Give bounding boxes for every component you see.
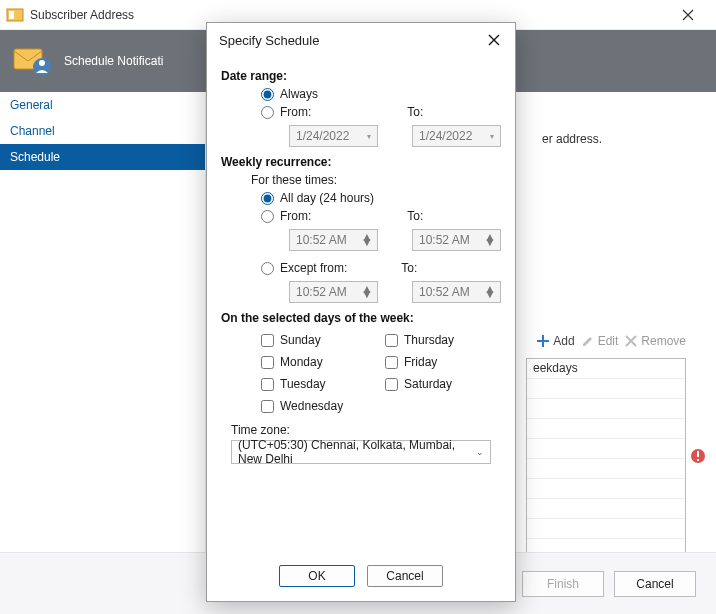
specify-schedule-dialog: Specify Schedule Date range: Always From… [206,22,516,602]
banner-icon [12,41,52,81]
svg-rect-8 [697,451,699,457]
radio-except[interactable]: Except from: [261,261,347,275]
dialog-footer: OK Cancel [207,553,515,601]
list-item [527,459,685,479]
list-item [527,419,685,439]
check-friday[interactable]: Friday [385,355,501,369]
check-saturday[interactable]: Saturday [385,377,501,391]
sidebar: General Channel Schedule [0,92,206,552]
list-item [527,519,685,539]
error-icon [690,448,706,464]
edit-label: Edit [598,334,619,348]
plus-icon [536,334,550,348]
radio-allday-label: All day (24 hours) [280,191,374,205]
except-to-value: 10:52 AM [419,285,470,299]
chevron-down-icon: ⌄ [476,447,484,457]
svg-rect-6 [537,340,549,342]
radio-time-from[interactable]: From: [261,209,311,223]
radio-from-input[interactable] [261,106,274,119]
time-from-spinner[interactable]: 10:52 AM ▲▼ [289,229,378,251]
x-icon [624,334,638,348]
radio-except-label: Except from: [280,261,347,275]
radio-from[interactable]: From: [261,105,311,119]
pencil-icon [581,334,595,348]
date-to-label: To: [407,105,423,119]
weekly-heading: Weekly recurrence: [221,155,501,169]
timezone-select[interactable]: (UTC+05:30) Chennai, Kolkata, Mumbai, Ne… [231,440,491,464]
spinner-icon: ▲▼ [484,235,496,245]
except-from-value: 10:52 AM [296,285,347,299]
date-from-picker[interactable]: 1/24/2022 ▾ [289,125,378,147]
radio-except-input[interactable] [261,262,274,275]
check-tuesday[interactable]: Tuesday [261,377,377,391]
time-to-value: 10:52 AM [419,233,470,247]
list-item[interactable]: eekdays [527,359,685,379]
add-label: Add [553,334,574,348]
dialog-titlebar: Specify Schedule [207,23,515,57]
date-range-heading: Date range: [221,69,501,83]
radio-from-label: From: [280,105,311,119]
list-item [527,399,685,419]
dialog-title: Specify Schedule [219,33,483,48]
add-button[interactable]: Add [536,334,574,348]
check-sunday[interactable]: Sunday [261,333,377,347]
window-title: Subscriber Address [30,8,666,22]
days-heading: On the selected days of the week: [221,311,501,325]
check-thursday[interactable]: Thursday [385,333,501,347]
app-icon [6,6,24,24]
dialog-close-button[interactable] [483,29,505,51]
radio-always-label: Always [280,87,318,101]
weekly-sub: For these times: [251,173,501,187]
spinner-icon: ▲▼ [484,287,496,297]
chevron-down-icon: ▾ [367,132,371,141]
cancel-button[interactable]: Cancel [614,571,696,597]
schedule-toolbar: Add Edit Remove [536,334,686,348]
spinner-icon: ▲▼ [361,235,373,245]
timezone-label: Time zone: [231,423,501,437]
remove-label: Remove [641,334,686,348]
close-icon [488,34,500,46]
list-item [527,479,685,499]
date-from-value: 1/24/2022 [296,129,349,143]
sidebar-item-schedule[interactable]: Schedule [0,144,205,170]
radio-allday[interactable]: All day (24 hours) [261,191,501,205]
radio-time-from-label: From: [280,209,311,223]
hint-text: er address. [542,132,602,146]
svg-point-4 [39,60,45,66]
check-wednesday[interactable]: Wednesday [261,399,377,413]
edit-button[interactable]: Edit [581,334,619,348]
radio-always-input[interactable] [261,88,274,101]
list-item [527,499,685,519]
finish-button[interactable]: Finish [522,571,604,597]
sidebar-item-general[interactable]: General [0,92,205,118]
window-close-button[interactable] [666,1,710,29]
time-from-value: 10:52 AM [296,233,347,247]
ok-button[interactable]: OK [279,565,355,587]
except-to-label: To: [401,261,417,275]
spinner-icon: ▲▼ [361,287,373,297]
timezone-value: (UTC+05:30) Chennai, Kolkata, Mumbai, Ne… [238,438,476,466]
except-to-spinner[interactable]: 10:52 AM ▲▼ [412,281,501,303]
radio-always[interactable]: Always [261,87,501,101]
list-item [527,439,685,459]
radio-time-from-input[interactable] [261,210,274,223]
date-to-picker[interactable]: 1/24/2022 ▾ [412,125,501,147]
list-item [527,379,685,399]
remove-button[interactable]: Remove [624,334,686,348]
radio-allday-input[interactable] [261,192,274,205]
svg-rect-1 [9,11,14,19]
banner-title: Schedule Notificati [64,54,163,68]
date-to-value: 1/24/2022 [419,129,472,143]
check-monday[interactable]: Monday [261,355,377,369]
svg-rect-9 [697,459,699,461]
dialog-cancel-button[interactable]: Cancel [367,565,443,587]
sidebar-item-channel[interactable]: Channel [0,118,205,144]
except-from-spinner[interactable]: 10:52 AM ▲▼ [289,281,378,303]
chevron-down-icon: ▾ [490,132,494,141]
time-to-label: To: [407,209,423,223]
time-to-spinner[interactable]: 10:52 AM ▲▼ [412,229,501,251]
